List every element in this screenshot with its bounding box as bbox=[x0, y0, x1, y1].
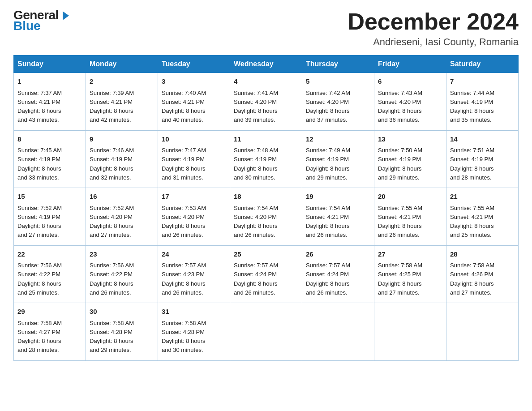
calendar-cell: 9 Sunrise: 7:46 AM Sunset: 4:19 PM Dayli… bbox=[86, 130, 158, 188]
day-info: Sunrise: 7:55 AM Sunset: 4:21 PM Dayligh… bbox=[378, 205, 422, 239]
month-title: December 2024 bbox=[348, 9, 519, 34]
day-info: Sunrise: 7:58 AM Sunset: 4:28 PM Dayligh… bbox=[162, 320, 206, 354]
day-info: Sunrise: 7:41 AM Sunset: 4:20 PM Dayligh… bbox=[234, 90, 278, 124]
calendar-cell: 6 Sunrise: 7:43 AM Sunset: 4:20 PM Dayli… bbox=[374, 73, 446, 131]
day-info: Sunrise: 7:52 AM Sunset: 4:20 PM Dayligh… bbox=[90, 205, 134, 239]
calendar-table: SundayMondayTuesdayWednesdayThursdayFrid… bbox=[13, 55, 519, 361]
calendar-cell bbox=[374, 303, 446, 361]
day-number: 25 bbox=[234, 249, 298, 260]
day-info: Sunrise: 7:52 AM Sunset: 4:19 PM Dayligh… bbox=[17, 205, 62, 239]
day-info: Sunrise: 7:48 AM Sunset: 4:19 PM Dayligh… bbox=[234, 147, 278, 181]
location-title: Andrieseni, Iasi County, Romania bbox=[348, 36, 519, 48]
calendar-cell: 11 Sunrise: 7:48 AM Sunset: 4:19 PM Dayl… bbox=[230, 130, 302, 188]
calendar-cell: 4 Sunrise: 7:41 AM Sunset: 4:20 PM Dayli… bbox=[230, 73, 302, 131]
calendar-cell: 26 Sunrise: 7:57 AM Sunset: 4:24 PM Dayl… bbox=[302, 245, 374, 303]
calendar-cell: 16 Sunrise: 7:52 AM Sunset: 4:20 PM Dayl… bbox=[86, 188, 158, 246]
calendar-cell: 22 Sunrise: 7:56 AM Sunset: 4:22 PM Dayl… bbox=[14, 245, 86, 303]
day-info: Sunrise: 7:39 AM Sunset: 4:21 PM Dayligh… bbox=[90, 90, 134, 124]
calendar-week-row: 15 Sunrise: 7:52 AM Sunset: 4:19 PM Dayl… bbox=[14, 188, 519, 246]
day-info: Sunrise: 7:55 AM Sunset: 4:21 PM Dayligh… bbox=[450, 205, 494, 239]
day-info: Sunrise: 7:49 AM Sunset: 4:19 PM Dayligh… bbox=[306, 147, 350, 181]
calendar-cell: 29 Sunrise: 7:58 AM Sunset: 4:27 PM Dayl… bbox=[14, 303, 86, 361]
day-info: Sunrise: 7:42 AM Sunset: 4:20 PM Dayligh… bbox=[306, 90, 350, 124]
day-info: Sunrise: 7:57 AM Sunset: 4:24 PM Dayligh… bbox=[306, 262, 350, 296]
day-number: 20 bbox=[378, 192, 442, 202]
day-number: 15 bbox=[17, 192, 82, 202]
calendar-cell: 23 Sunrise: 7:56 AM Sunset: 4:22 PM Dayl… bbox=[86, 245, 158, 303]
title-block: December 2024 Andrieseni, Iasi County, R… bbox=[348, 9, 519, 48]
day-number: 14 bbox=[450, 134, 515, 145]
day-info: Sunrise: 7:57 AM Sunset: 4:23 PM Dayligh… bbox=[162, 262, 206, 296]
day-number: 22 bbox=[17, 249, 82, 260]
day-number: 12 bbox=[306, 134, 370, 145]
calendar-cell: 17 Sunrise: 7:53 AM Sunset: 4:20 PM Dayl… bbox=[158, 188, 230, 246]
calendar-week-row: 29 Sunrise: 7:58 AM Sunset: 4:27 PM Dayl… bbox=[14, 303, 519, 361]
calendar-cell: 13 Sunrise: 7:50 AM Sunset: 4:19 PM Dayl… bbox=[374, 130, 446, 188]
day-info: Sunrise: 7:53 AM Sunset: 4:20 PM Dayligh… bbox=[162, 205, 206, 239]
day-number: 6 bbox=[378, 77, 442, 87]
day-number: 9 bbox=[90, 134, 154, 145]
day-number: 29 bbox=[17, 307, 82, 317]
calendar-cell: 25 Sunrise: 7:57 AM Sunset: 4:24 PM Dayl… bbox=[230, 245, 302, 303]
day-info: Sunrise: 7:58 AM Sunset: 4:28 PM Dayligh… bbox=[90, 320, 134, 354]
day-info: Sunrise: 7:43 AM Sunset: 4:20 PM Dayligh… bbox=[378, 90, 422, 124]
day-number: 2 bbox=[90, 77, 154, 87]
calendar-cell: 1 Sunrise: 7:37 AM Sunset: 4:21 PM Dayli… bbox=[14, 73, 86, 131]
column-header-sunday: Sunday bbox=[14, 56, 86, 73]
column-header-friday: Friday bbox=[374, 56, 446, 73]
day-number: 8 bbox=[17, 134, 82, 145]
day-info: Sunrise: 7:57 AM Sunset: 4:24 PM Dayligh… bbox=[234, 262, 278, 296]
day-number: 31 bbox=[162, 307, 226, 317]
day-info: Sunrise: 7:40 AM Sunset: 4:21 PM Dayligh… bbox=[162, 90, 206, 124]
calendar-cell: 10 Sunrise: 7:47 AM Sunset: 4:19 PM Dayl… bbox=[158, 130, 230, 188]
calendar-cell: 30 Sunrise: 7:58 AM Sunset: 4:28 PM Dayl… bbox=[86, 303, 158, 361]
logo-block: General Blue bbox=[13, 9, 69, 32]
calendar-cell: 8 Sunrise: 7:45 AM Sunset: 4:19 PM Dayli… bbox=[14, 130, 86, 188]
column-header-monday: Monday bbox=[86, 56, 158, 73]
day-number: 7 bbox=[450, 77, 515, 87]
calendar-week-row: 1 Sunrise: 7:37 AM Sunset: 4:21 PM Dayli… bbox=[14, 73, 519, 131]
day-info: Sunrise: 7:50 AM Sunset: 4:19 PM Dayligh… bbox=[378, 147, 422, 181]
calendar-cell: 28 Sunrise: 7:58 AM Sunset: 4:26 PM Dayl… bbox=[446, 245, 519, 303]
calendar-cell: 3 Sunrise: 7:40 AM Sunset: 4:21 PM Dayli… bbox=[158, 73, 230, 131]
day-number: 5 bbox=[306, 77, 370, 87]
day-number: 19 bbox=[306, 192, 370, 202]
day-number: 24 bbox=[162, 249, 226, 260]
page-header: General Blue December 2024 Andrieseni, I… bbox=[13, 9, 519, 48]
calendar-cell: 7 Sunrise: 7:44 AM Sunset: 4:19 PM Dayli… bbox=[446, 73, 519, 131]
logo-blue-text: Blue bbox=[13, 20, 41, 32]
column-header-wednesday: Wednesday bbox=[230, 56, 302, 73]
day-info: Sunrise: 7:56 AM Sunset: 4:22 PM Dayligh… bbox=[90, 262, 134, 296]
day-info: Sunrise: 7:46 AM Sunset: 4:19 PM Dayligh… bbox=[90, 147, 134, 181]
calendar-cell: 14 Sunrise: 7:51 AM Sunset: 4:19 PM Dayl… bbox=[446, 130, 519, 188]
day-number: 1 bbox=[17, 77, 82, 87]
day-info: Sunrise: 7:54 AM Sunset: 4:20 PM Dayligh… bbox=[234, 205, 278, 239]
column-header-thursday: Thursday bbox=[302, 56, 374, 73]
day-info: Sunrise: 7:51 AM Sunset: 4:19 PM Dayligh… bbox=[450, 147, 494, 181]
day-number: 10 bbox=[162, 134, 226, 145]
calendar-week-row: 22 Sunrise: 7:56 AM Sunset: 4:22 PM Dayl… bbox=[14, 245, 519, 303]
logo: General Blue bbox=[13, 9, 69, 32]
calendar-cell: 24 Sunrise: 7:57 AM Sunset: 4:23 PM Dayl… bbox=[158, 245, 230, 303]
day-info: Sunrise: 7:45 AM Sunset: 4:19 PM Dayligh… bbox=[17, 147, 62, 181]
calendar-cell: 5 Sunrise: 7:42 AM Sunset: 4:20 PM Dayli… bbox=[302, 73, 374, 131]
calendar-cell: 19 Sunrise: 7:54 AM Sunset: 4:21 PM Dayl… bbox=[302, 188, 374, 246]
calendar-cell: 31 Sunrise: 7:58 AM Sunset: 4:28 PM Dayl… bbox=[158, 303, 230, 361]
column-header-tuesday: Tuesday bbox=[158, 56, 230, 73]
calendar-cell: 27 Sunrise: 7:58 AM Sunset: 4:25 PM Dayl… bbox=[374, 245, 446, 303]
calendar-week-row: 8 Sunrise: 7:45 AM Sunset: 4:19 PM Dayli… bbox=[14, 130, 519, 188]
day-info: Sunrise: 7:58 AM Sunset: 4:27 PM Dayligh… bbox=[17, 320, 62, 354]
day-number: 17 bbox=[162, 192, 226, 202]
day-info: Sunrise: 7:37 AM Sunset: 4:21 PM Dayligh… bbox=[17, 90, 62, 124]
calendar-cell bbox=[302, 303, 374, 361]
calendar-cell: 20 Sunrise: 7:55 AM Sunset: 4:21 PM Dayl… bbox=[374, 188, 446, 246]
day-info: Sunrise: 7:56 AM Sunset: 4:22 PM Dayligh… bbox=[17, 262, 62, 296]
calendar-cell bbox=[446, 303, 519, 361]
day-info: Sunrise: 7:44 AM Sunset: 4:19 PM Dayligh… bbox=[450, 90, 494, 124]
day-number: 26 bbox=[306, 249, 370, 260]
day-number: 4 bbox=[234, 77, 298, 87]
day-number: 21 bbox=[450, 192, 515, 202]
day-number: 11 bbox=[234, 134, 298, 145]
calendar-cell: 18 Sunrise: 7:54 AM Sunset: 4:20 PM Dayl… bbox=[230, 188, 302, 246]
calendar-cell: 2 Sunrise: 7:39 AM Sunset: 4:21 PM Dayli… bbox=[86, 73, 158, 131]
